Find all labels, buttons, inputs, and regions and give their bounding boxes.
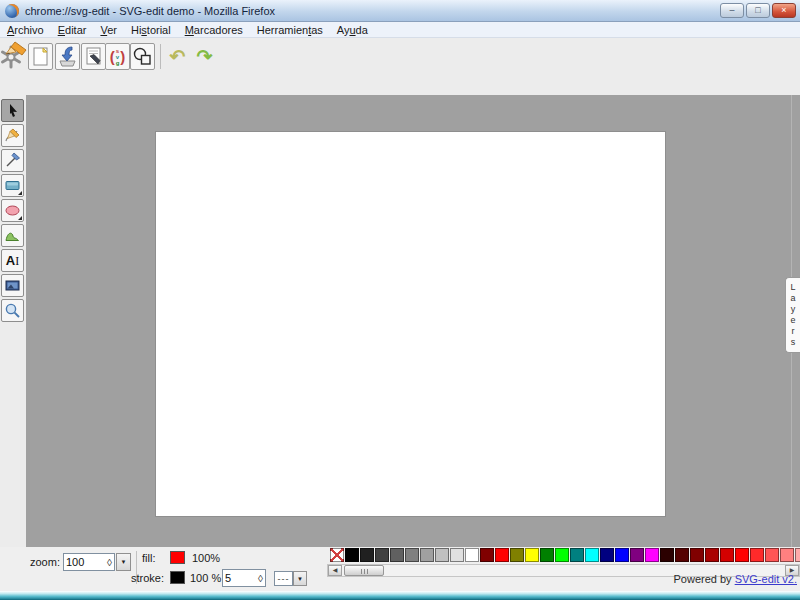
window-title: chrome://svg-edit - SVG-edit demo - Mozi… [25, 5, 275, 17]
text-tool-icon: AI [6, 254, 19, 268]
zoom-spinner[interactable]: ◊ [63, 553, 115, 571]
palette-swatch[interactable] [690, 548, 704, 562]
select-tool-button[interactable] [1, 99, 24, 122]
open-image-button[interactable] [55, 43, 80, 70]
stroke-width-spinner[interactable]: ◊ [222, 569, 266, 587]
stroke-dash-value[interactable]: --- [274, 571, 293, 586]
palette-swatch[interactable] [390, 548, 404, 562]
maximize-button[interactable]: □ [746, 3, 770, 18]
zoom-input[interactable] [66, 556, 96, 568]
rectangle-icon [4, 177, 21, 194]
menu-editar[interactable]: Editar [51, 24, 94, 36]
stroke-width-input[interactable] [225, 572, 247, 584]
browser-window: chrome://svg-edit - SVG-edit demo - Mozi… [0, 0, 800, 600]
undo-icon: ↶ [170, 47, 186, 66]
new-image-button[interactable] [28, 43, 53, 70]
palette-swatch[interactable] [555, 548, 569, 562]
ellipse-tool-button[interactable] [1, 199, 24, 222]
palette-swatch[interactable] [435, 548, 449, 562]
palette-swatch[interactable] [375, 548, 389, 562]
menu-historial[interactable]: Historial [124, 24, 178, 36]
palette-swatch[interactable] [495, 548, 509, 562]
menu-ayuda[interactable]: Ayuda [330, 24, 375, 36]
stroke-dash-dropdown-button[interactable]: ▼ [293, 571, 307, 586]
menu-ver[interactable]: Ver [93, 24, 124, 36]
zoom-label: zoom: [30, 556, 60, 568]
palette-swatch[interactable] [585, 548, 599, 562]
view-source-button[interactable]: ( s v g ) [105, 43, 130, 70]
minimize-button[interactable]: – [720, 3, 744, 18]
save-image-button[interactable] [81, 43, 106, 70]
path-tool-button[interactable] [1, 224, 24, 247]
spinner-icon[interactable]: ◊ [258, 573, 263, 584]
menu-archivo[interactable]: Archivo [0, 24, 51, 36]
palette-swatch[interactable] [345, 548, 359, 562]
palette-swatch[interactable] [465, 548, 479, 562]
spinner-icon[interactable]: ◊ [107, 557, 112, 568]
zoom-tool-button[interactable] [1, 299, 24, 322]
palette-swatch[interactable] [660, 548, 674, 562]
document-properties-button[interactable] [130, 43, 155, 70]
palette-swatch[interactable] [360, 548, 374, 562]
palette-swatch[interactable] [480, 548, 494, 562]
pencil-tool-button[interactable] [1, 124, 24, 147]
palette-swatch[interactable] [405, 548, 419, 562]
text-tool-button[interactable]: AI [1, 249, 24, 272]
stroke-opacity[interactable]: 100 % [190, 572, 221, 584]
palette-swatch[interactable] [630, 548, 644, 562]
undo-button[interactable]: ↶ [165, 43, 190, 70]
scroll-left-button[interactable]: ◀ [328, 565, 342, 576]
svg-edit-link[interactable]: SVG-edit v2. [735, 573, 797, 585]
taskbar-edge [0, 591, 800, 600]
palette-swatch[interactable] [450, 548, 464, 562]
svg-canvas[interactable] [155, 131, 666, 517]
palette-swatch[interactable] [765, 548, 779, 562]
editor-toolbar: ( s v g ) ↶ ↷ [0, 38, 800, 95]
chevron-down-icon: ▼ [297, 576, 303, 582]
select-arrow-icon [5, 103, 21, 119]
stroke-label: stroke: [131, 572, 164, 584]
line-icon [4, 152, 21, 169]
palette-swatch[interactable] [675, 548, 689, 562]
bottom-toolbar: zoom: ◊ ▼ fill: 100% stroke: 100 % ◊ ---… [0, 547, 800, 591]
toolbar-separator [160, 44, 161, 69]
palette-swatch[interactable] [420, 548, 434, 562]
palette-swatch[interactable] [720, 548, 734, 562]
svg-edit-logo-icon [0, 41, 27, 70]
palette-swatch-none[interactable] [330, 548, 344, 562]
palette-swatch[interactable] [540, 548, 554, 562]
svg-source-icon: ( s v g ) [110, 48, 126, 66]
titlebar: chrome://svg-edit - SVG-edit demo - Mozi… [0, 0, 800, 22]
scrollbar-thumb[interactable] [344, 565, 384, 576]
palette-swatch[interactable] [615, 548, 629, 562]
tool-palette: AI [0, 95, 26, 547]
palette-swatch[interactable] [570, 548, 584, 562]
palette-swatch[interactable] [600, 548, 614, 562]
stroke-color-swatch[interactable] [170, 571, 185, 584]
image-tool-button[interactable] [1, 274, 24, 297]
palette-swatch[interactable] [705, 548, 719, 562]
redo-icon: ↷ [197, 47, 213, 66]
magnifier-icon [4, 302, 21, 319]
palette-swatch[interactable] [750, 548, 764, 562]
palette-swatch[interactable] [780, 548, 794, 562]
pencil-icon [4, 127, 21, 144]
fill-color-swatch[interactable] [170, 551, 185, 564]
redo-button[interactable]: ↷ [192, 43, 217, 70]
palette-swatch[interactable] [795, 548, 800, 562]
path-icon [4, 227, 21, 244]
fill-opacity[interactable]: 100% [192, 552, 220, 564]
palette-swatch[interactable] [525, 548, 539, 562]
palette-swatch[interactable] [645, 548, 659, 562]
close-button[interactable]: × [772, 3, 796, 18]
palette-swatch[interactable] [735, 548, 749, 562]
layers-panel-tab[interactable]: Layers [785, 277, 800, 353]
menu-herramientas[interactable]: Herramientas [250, 24, 330, 36]
line-tool-button[interactable] [1, 149, 24, 172]
palette-swatch[interactable] [510, 548, 524, 562]
rectangle-tool-button[interactable] [1, 174, 24, 197]
menu-marcadores[interactable]: Marcadores [178, 24, 250, 36]
powered-by: Powered by SVG-edit v2. [673, 573, 797, 585]
chevron-down-icon: ▼ [121, 559, 127, 565]
zoom-dropdown-button[interactable]: ▼ [116, 553, 131, 571]
